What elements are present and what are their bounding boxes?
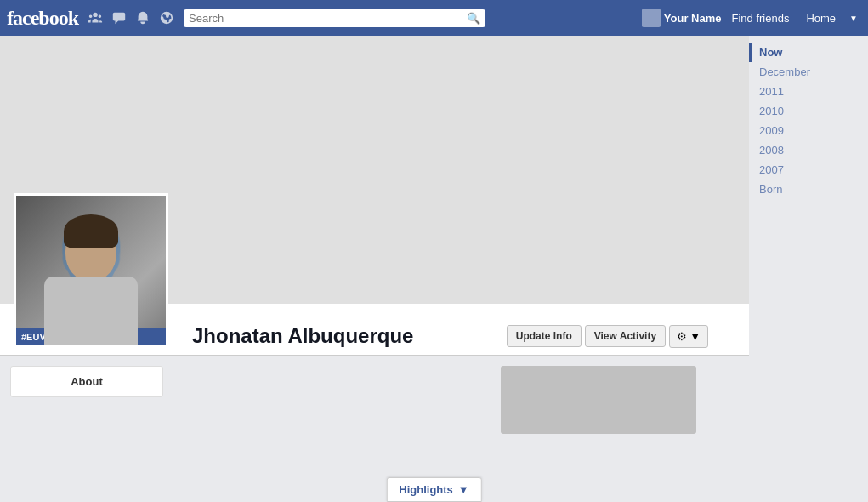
profile-area: #EUVOUDEAZUL Jhonatan Albuquerque Update… <box>0 36 749 461</box>
profile-card: #EUVOUDEAZUL Jhonatan Albuquerque Update… <box>0 304 749 356</box>
profile-name: Jhonatan Albuquerque <box>192 324 413 348</box>
timeline-sidebar: NowDecember20112010200920082007Born <box>749 36 868 461</box>
find-friends-link[interactable]: Find friends <box>724 12 796 25</box>
view-activity-button[interactable]: View Activity <box>585 325 666 347</box>
highlights-dropdown-icon: ▼ <box>458 483 469 496</box>
globe-icon[interactable] <box>156 8 177 28</box>
friends-icon[interactable] <box>85 8 105 28</box>
timeline-item-2010[interactable]: 2010 <box>749 101 868 121</box>
top-navigation: facebook 🔍 Your Name Find frie <box>0 0 868 36</box>
timeline-item-2007[interactable]: 2007 <box>749 160 868 180</box>
profile-picture-inner <box>16 196 166 345</box>
gear-dropdown-arrow: ▼ <box>689 330 701 343</box>
nav-dropdown-icon[interactable]: ▼ <box>846 10 861 26</box>
search-input[interactable] <box>189 12 467 25</box>
timeline-item-now[interactable]: Now <box>749 43 868 62</box>
content-placeholder-right <box>501 366 696 434</box>
right-column <box>173 366 739 451</box>
profile-name-area: Jhonatan Albuquerque Update Info View Ac… <box>192 317 708 348</box>
highlights-label: Highlights <box>399 483 453 496</box>
profile-actions: Update Info View Activity ⚙ ▼ <box>507 325 708 348</box>
search-bar: 🔍 <box>184 9 485 27</box>
notifications-icon[interactable] <box>133 8 153 28</box>
nav-right-area: Your Name Find friends Home ▼ <box>642 9 861 27</box>
person-hair-shape <box>64 214 118 248</box>
gear-icon: ⚙ <box>677 330 687 343</box>
home-link[interactable]: Home <box>799 12 842 25</box>
gear-settings-button[interactable]: ⚙ ▼ <box>669 325 708 348</box>
main-wrapper: #EUVOUDEAZUL Jhonatan Albuquerque Update… <box>0 36 868 461</box>
timeline-item-2011[interactable]: 2011 <box>749 82 868 101</box>
messages-icon[interactable] <box>109 8 129 28</box>
search-submit-button[interactable]: 🔍 <box>467 12 480 25</box>
timeline-item-december[interactable]: December <box>749 62 868 82</box>
person-body-shape <box>44 277 138 348</box>
update-info-button[interactable]: Update Info <box>507 325 582 347</box>
profile-picture[interactable]: #EUVOUDEAZUL <box>14 193 168 348</box>
timeline-item-2008[interactable]: 2008 <box>749 140 868 160</box>
facebook-logo[interactable]: facebook <box>7 7 78 30</box>
content-area: About <box>0 356 749 461</box>
timeline-item-born[interactable]: Born <box>749 180 868 199</box>
profile-header: #EUVOUDEAZUL Jhonatan Albuquerque Update… <box>0 304 749 355</box>
timeline-item-2009[interactable]: 2009 <box>749 121 868 140</box>
about-box: About <box>10 366 163 397</box>
timeline-center-line <box>457 366 457 451</box>
highlights-button[interactable]: Highlights ▼ <box>386 477 481 502</box>
nav-icons-group <box>85 8 177 28</box>
user-name[interactable]: Your Name <box>664 12 722 25</box>
user-avatar[interactable] <box>642 9 661 27</box>
about-label: About <box>20 375 154 388</box>
highlights-bar: Highlights ▼ <box>386 477 481 502</box>
left-column: About <box>10 366 163 451</box>
